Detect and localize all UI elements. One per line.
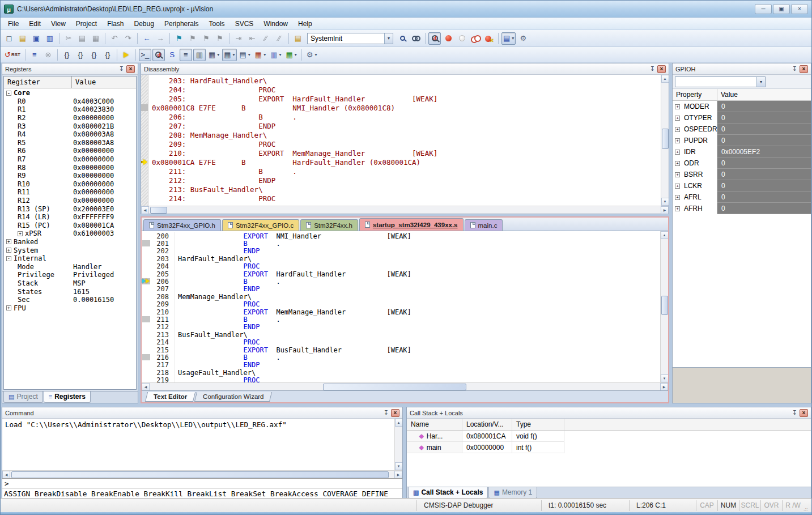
trace-window-button[interactable]: ▥▾	[269, 49, 283, 61]
command-vscrollbar[interactable]: ▲ ▼	[394, 419, 402, 470]
disassembly-line[interactable]: 206: B .	[148, 112, 661, 121]
editor-line[interactable]: 202 ENDP	[142, 248, 660, 255]
system-viewer-button[interactable]: ▦▾	[284, 49, 298, 61]
pin-icon[interactable]: ↧	[119, 65, 124, 73]
register-row[interactable]: R70x00000000	[4, 155, 136, 164]
chevron-down-icon[interactable]: ▾	[756, 77, 765, 87]
maximize-button[interactable]: ▣	[773, 4, 790, 14]
tab-call-stack-locals[interactable]: ▥Call Stack + Locals	[408, 487, 488, 499]
analysis-window-button[interactable]: ▦▾	[253, 49, 267, 61]
function-combo[interactable]: SystemInit▾	[307, 33, 393, 44]
disassembly-vscrollbar[interactable]: ▲ ▼	[661, 75, 669, 206]
close-icon[interactable]: ×	[800, 409, 808, 417]
disassembly-line[interactable]: 204: PROC	[148, 85, 661, 94]
run-to-cursor-button[interactable]: {}	[101, 49, 114, 61]
editor-line[interactable]: 205 EXPORT HardFault_Handler [WEAK]	[142, 270, 660, 278]
editor-line[interactable]: 215 EXPORT BusFault_Handler [WEAK]	[142, 346, 660, 354]
callstack-row[interactable]: ◆Har...0x080001CAvoid f()	[407, 431, 811, 442]
disassembly-line[interactable]: 205: EXPORT HardFault_Handler [WEAK]	[148, 94, 661, 103]
scroll-right-icon[interactable]: ▶	[661, 206, 669, 214]
expand-icon[interactable]: +	[6, 239, 11, 244]
expand-icon[interactable]: +	[675, 138, 680, 143]
column-header-name[interactable]: Name	[407, 419, 462, 430]
editor-line[interactable]: 206 B .	[142, 278, 660, 285]
command-window-button[interactable]: >_	[139, 49, 151, 61]
pin-icon[interactable]: ↧	[384, 409, 389, 416]
register-row[interactable]: R80x00000000	[4, 163, 136, 172]
expand-icon[interactable]: +	[675, 172, 680, 177]
scroll-down-icon[interactable]: ▼	[395, 462, 403, 470]
close-icon[interactable]: ×	[391, 409, 399, 417]
reset-button[interactable]: ↺RST	[3, 49, 22, 61]
editor-line[interactable]: 201 B .	[142, 240, 660, 247]
disable-all-breakpoints-button[interactable]	[469, 32, 482, 45]
serial-window-button[interactable]: ▤▾	[238, 49, 252, 61]
menu-debug[interactable]: Debug	[129, 18, 159, 29]
scroll-down-icon[interactable]: ▼	[661, 374, 669, 382]
menu-peripherals[interactable]: Peripherals	[159, 18, 204, 29]
scroll-right-icon[interactable]: ▶	[660, 383, 668, 391]
bookmark-button[interactable]: ⚑	[173, 32, 185, 45]
scroll-down-icon[interactable]: ▼	[661, 198, 669, 206]
gpio-register-row[interactable]: +AFRH0	[673, 203, 811, 214]
editor-tab-main-c[interactable]: main.c	[465, 219, 503, 231]
editor-tab-stm32f4xx-h[interactable]: Stm32F4xx.h	[300, 219, 358, 231]
command-hscrollbar[interactable]: ◀ ▶	[2, 470, 402, 478]
chevron-down-icon[interactable]: ▾	[384, 33, 393, 44]
find-button[interactable]	[410, 32, 422, 45]
tab-registers[interactable]: ≡Registers	[44, 391, 91, 403]
editor-code-area[interactable]: 200 EXPORT NMI_Handler [WEAK]201 B .202 …	[142, 231, 660, 382]
disassembly-line[interactable]: 209: PROC	[148, 139, 661, 148]
register-row[interactable]: Sec0.00016150	[4, 296, 136, 304]
editor-line[interactable]: 208MemManage_Handler\	[142, 293, 660, 300]
expand-icon[interactable]: +	[675, 127, 680, 132]
step-over-button[interactable]: {}	[74, 49, 87, 61]
disassembly-line[interactable]: 0x080001CA E7FE B HardFault_Handler (0x0…	[148, 158, 661, 167]
gpio-register-row[interactable]: +ODR0	[673, 158, 811, 169]
register-row[interactable]: R00x4003C000	[4, 97, 136, 106]
editor-line[interactable]: 203HardFault_Handler\	[142, 255, 660, 262]
menu-project[interactable]: Project	[71, 18, 102, 29]
pin-icon[interactable]: ↧	[792, 65, 797, 73]
column-header-register[interactable]: Register	[4, 76, 72, 88]
editor-line[interactable]: 212 ENDP	[142, 324, 660, 331]
minimize-button[interactable]: ─	[755, 4, 772, 14]
close-button[interactable]: ×	[791, 4, 808, 14]
menu-svcs[interactable]: SVCS	[230, 18, 259, 29]
editor-line[interactable]: 213BusFault_Handler\	[142, 331, 660, 338]
column-header-value[interactable]: Value	[72, 76, 136, 88]
callstack-window-button[interactable]: ▥	[193, 49, 206, 61]
save-all-button[interactable]: ▥	[44, 32, 56, 45]
menu-file[interactable]: File	[3, 18, 24, 29]
resize-grip[interactable]: .::	[804, 507, 811, 512]
editor-hscrollbar[interactable]: ◀ ▶	[142, 382, 668, 390]
expand-icon[interactable]: +	[6, 248, 11, 253]
register-row[interactable]: R15 (PC)0x080001CA	[4, 222, 136, 230]
register-row[interactable]: States1615	[4, 287, 136, 296]
tab-configuration-wizard[interactable]: Configuration Wizard	[194, 392, 273, 402]
disassembly-line[interactable]: 214: PROC	[148, 194, 661, 203]
menu-tools[interactable]: Tools	[204, 18, 230, 29]
disassembly-line[interactable]: 0x080001C8 E7FE B NMI_Handler (0x080001C…	[148, 103, 661, 112]
gpio-register-row[interactable]: +MODER0	[673, 101, 811, 112]
editor-line[interactable]: 210 EXPORT MemManage_Handler [WEAK]	[142, 308, 660, 316]
editor-tab-startup-stm32f429-439xx-s[interactable]: startup_stm32f429_439xx.s	[359, 218, 464, 231]
new-file-button[interactable]: ◻	[3, 32, 15, 45]
register-row[interactable]: R100x00000000	[4, 180, 136, 189]
register-row[interactable]: +Banked	[4, 238, 136, 246]
register-row[interactable]: +System	[4, 246, 136, 254]
tab-project[interactable]: ▤Project	[3, 391, 43, 403]
disable-breakpoint-button[interactable]	[456, 32, 468, 45]
collapse-icon[interactable]: -	[6, 256, 11, 261]
editor-line[interactable]: 207 ENDP	[142, 286, 660, 293]
register-row[interactable]: R10x40023830	[4, 105, 136, 114]
memory-window-button[interactable]: ▦▾	[222, 49, 236, 61]
register-row[interactable]: R90x00000000	[4, 172, 136, 180]
expand-icon[interactable]: +	[675, 184, 680, 189]
editor-line[interactable]: 217 ENDP	[142, 361, 660, 369]
window-layout-button[interactable]: ▤▾	[501, 32, 516, 45]
command-input[interactable]: >	[2, 478, 402, 488]
watch-window-button[interactable]: ▦▾	[207, 49, 221, 61]
register-row[interactable]: PrivilegePrivileged	[4, 271, 136, 279]
gpio-register-row[interactable]: +PUPDR0	[673, 135, 811, 146]
